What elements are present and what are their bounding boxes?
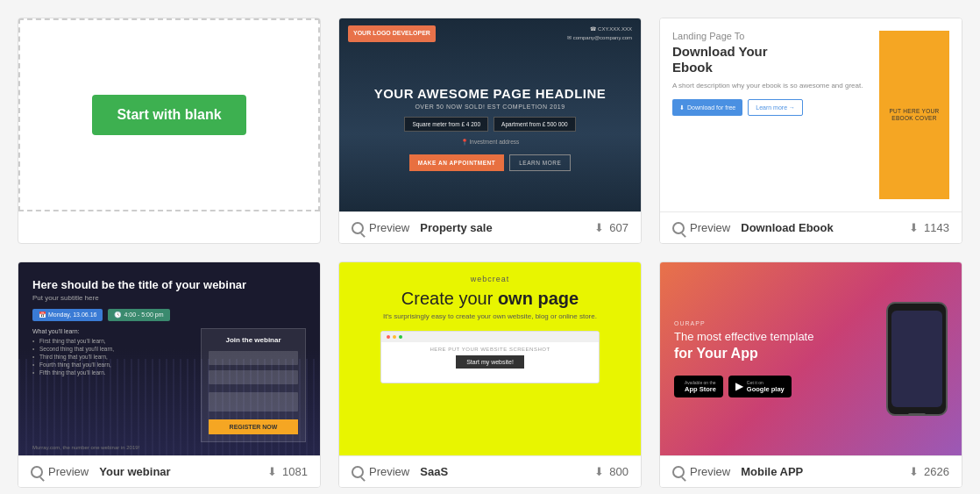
ebook-card: Landing Page To Download YourEbook A sho…	[659, 18, 962, 244]
ebook-preview-area: Landing Page To Download YourEbook A sho…	[660, 18, 962, 211]
webinar-agree-input[interactable]	[209, 392, 298, 412]
saas-preview-inner: webcreat Create your own page It's surpr…	[339, 262, 641, 455]
property-headline: YOUR AWESOME PAGE HEADLINE	[374, 86, 607, 101]
webinar-preview-link[interactable]: Preview	[48, 465, 89, 478]
ebook-left: Landing Page To Download YourEbook A sho…	[672, 31, 869, 199]
webinar-search-icon	[31, 466, 43, 478]
app-preview-inner: OURAPP The most effective template for Y…	[660, 262, 962, 455]
property-prices: Square meter from £ 4 200 Apartment from…	[404, 117, 575, 132]
google-icon: ▶	[735, 380, 743, 392]
webinar-learn: What you'll learn: First thing that you'…	[32, 328, 192, 442]
saas-browser-bar	[381, 332, 599, 342]
googleplay-name: Google play	[747, 385, 785, 393]
webinar-footer-text: Murray.com, the number one webinar in 20…	[32, 445, 139, 450]
webinar-card: Here should be the title of your webinar…	[18, 261, 321, 488]
webinar-fullname-input[interactable]	[209, 351, 298, 365]
saas-start-btn[interactable]: Start my website!	[456, 355, 524, 369]
ebook-learn-btn[interactable]: Learn more →	[748, 99, 803, 116]
webinar-preview-inner: Here should be the title of your webinar…	[18, 262, 320, 455]
ebook-download-btn[interactable]: ⬇ Download for free	[672, 99, 742, 116]
saas-preview-label: Preview	[369, 465, 409, 478]
webinar-title: Here should be the title of your webinar	[32, 278, 246, 291]
app-tagline-text: The most effective template	[674, 330, 813, 343]
property-download-count: 607	[609, 221, 628, 234]
googleplay-btn[interactable]: ▶ Get it on Google play	[728, 376, 792, 397]
property-learn-btn[interactable]: LEARN MORE	[509, 154, 571, 171]
appstore-name: App Store	[685, 385, 716, 393]
ebook-title-lg: Download YourEbook	[672, 44, 869, 75]
ebook-preview-link[interactable]: Preview	[690, 221, 730, 234]
property-address: 📍 Investment address	[461, 139, 520, 146]
list-item: Fourth thing that you'll learn,	[32, 362, 192, 368]
webinar-download-count: 1081	[282, 465, 308, 478]
saas-headline-part1: Create your	[401, 289, 498, 308]
property-contact: ☎ CXY.XXX.XXX✉ company@company.com	[567, 25, 632, 42]
app-preview-area: OURAPP The most effective template for Y…	[660, 262, 962, 455]
saas-dot-green	[399, 335, 402, 339]
blank-preview: Start with blank	[18, 18, 320, 211]
googleplay-btn-text: Get it on Google play	[747, 380, 785, 393]
webinar-form: Join the webinar REGISTER NOW	[201, 328, 306, 442]
webinar-sub: Put your subtitle here	[32, 294, 99, 302]
saas-dot-yellow	[393, 335, 396, 339]
property-preview: YOUR LOGO DEVELOPER ☎ CXY.XXX.XXX✉ compa…	[339, 18, 641, 211]
property-logo-badge: YOUR LOGO DEVELOPER	[348, 25, 436, 42]
app-store-btns: Available on the App Store ▶ Get it on G…	[674, 376, 886, 397]
app-preview-label: Preview	[690, 465, 730, 478]
app-template-name: Mobile APP	[741, 465, 904, 478]
template-grid: Start with blank YOUR LOGO DEVELOPER ☎ C…	[18, 18, 962, 488]
appstore-btn-text: Available on the App Store	[685, 380, 716, 393]
ebook-footer: Preview Download Ebook ⬇ 1143	[660, 211, 962, 243]
ebook-learn-label: Learn more →	[756, 104, 795, 111]
property-footer: Preview Property sale ⬇ 607	[339, 211, 641, 243]
saas-preview-link[interactable]: Preview	[369, 465, 409, 478]
app-left: OURAPP The most effective template for Y…	[674, 320, 886, 397]
webinar-footer: Preview Your webinar ⬇ 1081	[18, 455, 320, 487]
saas-headline: Create your own page	[401, 289, 579, 308]
ebook-search-icon	[672, 222, 685, 234]
webinar-time-badge: 🕓 4:00 - 5:00 pm	[108, 309, 169, 321]
property-preview-label: Preview	[369, 221, 409, 234]
ebook-download-count: 1143	[924, 221, 949, 234]
list-item: Fifth thing that you'll learn.	[32, 369, 192, 376]
saas-footer: Preview SaaS ⬇ 800	[339, 455, 641, 487]
list-item: First thing that you'll learn,	[32, 338, 192, 344]
app-footer: Preview Mobile APP ⬇ 2626	[660, 455, 962, 487]
property-sale-card: YOUR LOGO DEVELOPER ☎ CXY.XXX.XXX✉ compa…	[338, 18, 642, 244]
saas-download-count: 800	[609, 465, 628, 478]
start-blank-button[interactable]: Start with blank	[92, 95, 245, 135]
saas-search-icon	[352, 466, 364, 478]
webinar-email-input[interactable]	[209, 370, 298, 384]
property-btns: MAKE AN APPOINTMENT LEARN MORE	[409, 154, 571, 171]
ebook-download-icon: ⬇	[679, 104, 685, 111]
saas-download-icon: ⬇	[594, 465, 604, 478]
app-label: OURAPP	[674, 320, 886, 326]
app-phone	[886, 302, 948, 416]
webinar-register-btn[interactable]: REGISTER NOW	[209, 419, 298, 434]
property-appointment-btn[interactable]: MAKE AN APPOINTMENT	[409, 154, 504, 171]
app-search-icon	[672, 466, 685, 478]
ebook-download-label: Download for free	[687, 104, 735, 111]
webinar-body-row: What you'll learn: First thing that you'…	[32, 328, 306, 442]
saas-preview-area: webcreat Create your own page It's surpr…	[339, 262, 641, 455]
preview-search-icon	[352, 222, 364, 234]
property-template-name: Property sale	[420, 221, 589, 234]
webinar-date-row: 📅 Monday, 13.06.16 🕓 4:00 - 5:00 pm	[32, 309, 170, 321]
ebook-template-name: Download Ebook	[741, 221, 904, 234]
ebook-cover-text: PUT HERE YOUR EBOOK COVER	[886, 108, 942, 123]
webinar-form-title: Join the webinar	[209, 336, 298, 344]
saas-dot-red	[387, 335, 390, 339]
property-logo-bar: YOUR LOGO DEVELOPER ☎ CXY.XXX.XXX✉ compa…	[339, 25, 641, 42]
app-download-icon: ⬇	[909, 465, 919, 478]
app-download-count: 2626	[924, 465, 949, 478]
saas-template-name: SaaS	[420, 465, 589, 478]
saas-headline-bold: own page	[498, 289, 579, 308]
property-preview-link[interactable]: Preview	[369, 221, 409, 234]
ebook-desc: A short description why your ebook is so…	[672, 81, 869, 90]
saas-screenshot-text: HERE PUT YOUR WEBSITE SCREENSHOT	[430, 347, 550, 352]
blank-card: Start with blank	[18, 18, 321, 244]
app-preview-link[interactable]: Preview	[690, 465, 730, 478]
appstore-btn[interactable]: Available on the App Store	[674, 376, 723, 397]
saas-screenshot: HERE PUT YOUR WEBSITE SCREENSHOT Start m…	[380, 331, 600, 383]
app-tagline-bold: for Your App	[674, 345, 886, 363]
